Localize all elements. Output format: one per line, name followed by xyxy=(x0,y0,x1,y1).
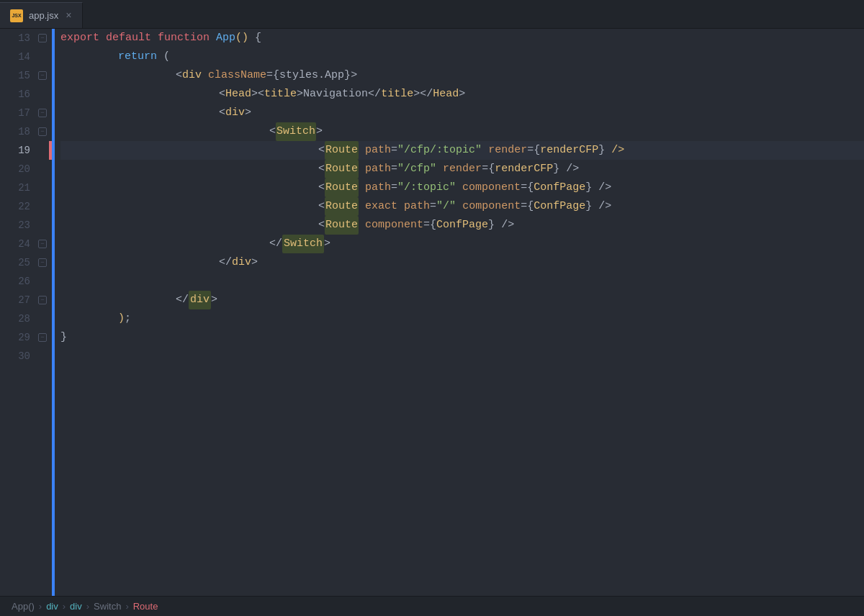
paren-open: () xyxy=(235,29,248,47)
gt-24: > xyxy=(324,235,330,253)
attr-render-20: render xyxy=(443,160,482,178)
tag-switch-18: Switch xyxy=(276,122,316,141)
bc-div-1: div xyxy=(46,601,58,612)
slash-gt-19: /> xyxy=(611,141,624,160)
tag-route-21: Route xyxy=(325,178,359,197)
lt-20: < xyxy=(318,160,325,178)
tab-bar: JSX app.jsx × xyxy=(0,0,864,29)
val-confpage-23: ConfPage xyxy=(436,216,488,235)
str-path-20: "/cfp" xyxy=(397,160,436,178)
kw-return: return xyxy=(118,47,157,66)
bc-app: App() xyxy=(12,601,35,612)
gt-25: > xyxy=(251,253,258,272)
fold-icon-24[interactable]: − xyxy=(38,240,47,248)
ln-23: 23 xyxy=(13,216,30,235)
bc-route: Route xyxy=(133,601,158,612)
fold-15[interactable]: − xyxy=(36,66,49,85)
fn-app: App xyxy=(216,29,235,47)
app-jsx-tab[interactable]: JSX app.jsx × xyxy=(0,2,83,28)
ln-25: 25 xyxy=(13,253,30,272)
fold-23 xyxy=(36,216,49,235)
eq-19b: = xyxy=(527,141,534,160)
tag-open-15: < xyxy=(176,66,182,85)
str-path-22: "/" xyxy=(436,197,456,216)
eq-22: = xyxy=(430,197,436,216)
gt-16a: > xyxy=(251,85,258,104)
code-line-28: ); xyxy=(60,309,864,328)
ln-22: 22 xyxy=(13,197,30,216)
fold-25[interactable]: − xyxy=(36,253,49,272)
tag-route-23: Route xyxy=(325,216,359,235)
lt-16c: </ xyxy=(368,85,381,104)
fold-icon-27[interactable]: − xyxy=(38,296,47,304)
space-23b xyxy=(495,216,501,235)
fold-column: − − − − − − − − xyxy=(36,29,49,596)
code-line-13: export default function App() { xyxy=(60,29,864,47)
attr-component-22: component xyxy=(462,197,521,216)
fold-20 xyxy=(36,160,49,178)
fold-18[interactable]: − xyxy=(36,122,49,141)
space-22a xyxy=(359,197,365,216)
attr-classname: className xyxy=(208,66,266,85)
space-19b xyxy=(482,141,488,160)
fold-22 xyxy=(36,197,49,216)
tag-switch-close-24: Switch xyxy=(282,235,324,253)
ln-15: 15 xyxy=(13,66,30,85)
tag-head-close: Head xyxy=(433,85,459,104)
bc-arrow-2: › xyxy=(63,601,66,612)
lt-24: </ xyxy=(269,235,282,253)
empty-30 xyxy=(60,347,67,366)
line-numbers: 13 14 15 16 17 18 19 20 21 22 23 24 25 2… xyxy=(0,29,36,596)
code-area: 13 14 15 16 17 18 19 20 21 22 23 24 25 2… xyxy=(0,29,864,596)
val-confpage-21: ConfPage xyxy=(534,178,585,197)
kw-function: function xyxy=(158,29,216,47)
tag-close-15: > xyxy=(351,66,357,85)
brace-22a: { xyxy=(527,197,534,216)
code-line-29: } xyxy=(60,328,864,347)
fold-27[interactable]: − xyxy=(36,291,49,309)
brace-open: { xyxy=(248,29,261,47)
space-21b xyxy=(456,178,462,197)
editor: 13 14 15 16 17 18 19 20 21 22 23 24 25 2… xyxy=(0,29,864,596)
space-19c xyxy=(605,141,611,160)
styles-app: styles.App xyxy=(279,66,344,85)
fold-icon-18[interactable]: − xyxy=(38,127,47,136)
brace-21b: } xyxy=(585,178,592,197)
val-rendercfp-19: renderCFP xyxy=(540,141,598,160)
fold-icon-15[interactable]: − xyxy=(38,71,47,80)
code-line-16: <Head><title>Navigation</title></Head> xyxy=(60,85,864,104)
jsx-icon: JSX xyxy=(10,9,23,22)
ln-29: 29 xyxy=(13,328,30,347)
ln-17: 17 xyxy=(13,104,30,122)
lt-16b: < xyxy=(258,85,264,104)
space-22c xyxy=(456,197,462,216)
fold-24[interactable]: − xyxy=(36,235,49,253)
code-line-26 xyxy=(60,272,864,291)
space-22d xyxy=(592,197,598,216)
ln-28: 28 xyxy=(13,309,30,328)
gt-27: > xyxy=(211,291,217,309)
fold-icon-29[interactable]: − xyxy=(38,333,47,342)
space-20b xyxy=(436,160,443,178)
code-line-15: <div className={styles.App}> xyxy=(60,66,864,85)
fold-14 xyxy=(36,47,49,66)
fold-icon-17[interactable]: − xyxy=(38,109,47,117)
attr-component-21: component xyxy=(462,178,521,197)
code-content[interactable]: export default function App() { return (… xyxy=(55,29,864,596)
brace-20b: } xyxy=(553,160,559,178)
eq-20a: = xyxy=(391,160,397,178)
fold-icon-13[interactable]: − xyxy=(38,34,47,42)
gt-16c: > xyxy=(413,85,420,104)
eq-19a: = xyxy=(391,141,397,160)
code-line-23: <Route component={ConfPage} /> xyxy=(60,216,864,235)
fold-13[interactable]: − xyxy=(36,29,49,47)
eq-22b: = xyxy=(521,197,527,216)
bc-arrow-3: › xyxy=(86,601,89,612)
fold-29[interactable]: − xyxy=(36,328,49,347)
lt-25: </ xyxy=(219,253,232,272)
fold-icon-25[interactable]: − xyxy=(38,258,47,267)
fold-17[interactable]: − xyxy=(36,104,49,122)
gt-16d: > xyxy=(459,85,465,104)
tab-close-button[interactable]: × xyxy=(66,10,71,22)
brace-20a: { xyxy=(488,160,495,178)
